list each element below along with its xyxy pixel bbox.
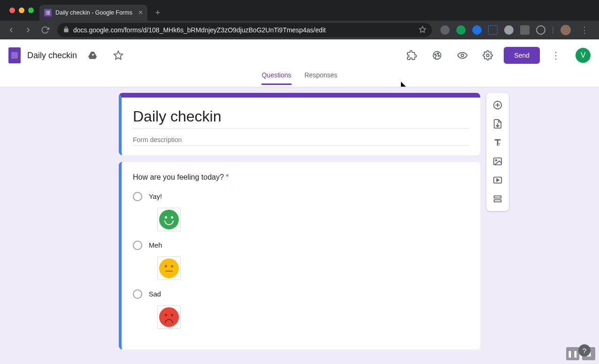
svg-point-20 [495,159,497,161]
app-header: Daily checkin Send ⋮ V [0,39,599,71]
forward-button[interactable] [21,23,36,38]
tab-strip: Daily checkin - Google Forms × + [0,0,599,21]
forms-favicon [44,9,52,16]
theme-icon[interactable] [428,46,446,65]
profile-avatar-icon[interactable] [561,25,571,35]
ext-blue-icon[interactable] [472,25,482,35]
question-title[interactable]: How are you feeling today?* [133,173,469,182]
settings-icon[interactable] [478,46,497,65]
title-card[interactable]: Daily checkin [119,93,480,155]
send-button[interactable]: Send [504,47,540,64]
browser-tab[interactable]: Daily checkin - Google Forms × [39,5,147,21]
form-description-input[interactable] [133,134,469,146]
svg-rect-3 [47,13,50,14]
radio-icon[interactable] [133,192,142,201]
ext-grey2-icon[interactable] [520,25,530,35]
ext-mail-icon[interactable] [456,25,466,35]
svg-rect-4 [46,14,47,15]
option-label[interactable]: Yay! [149,193,162,200]
url-text: docs.google.com/forms/d/108_MHk6s_bRMdnj… [73,26,326,34]
addons-icon[interactable] [402,46,421,65]
move-to-drive-icon[interactable] [84,46,102,65]
svg-point-13 [487,54,490,57]
window-maximize[interactable] [28,8,34,13]
svg-rect-23 [494,196,501,198]
help-button[interactable]: ? [578,344,591,356]
address-bar-row: docs.google.com/forms/d/108_MHk6s_bRMdnj… [0,21,599,39]
question-text: How are you feeling today? [133,173,224,181]
ext-notion-icon[interactable] [488,25,498,35]
form-canvas: Daily checkin How are you feeling today?… [0,87,599,364]
form-name[interactable]: Daily checkin [27,51,77,61]
add-video-icon[interactable] [488,171,507,190]
svg-text:T: T [498,143,500,147]
extension-icons: | ⋮ [437,25,595,35]
tab-title: Daily checkin - Google Forms [55,9,132,16]
option-sad[interactable]: Sad [133,289,469,329]
browser-chrome: Daily checkin - Google Forms × + docs.go… [0,0,599,39]
star-icon[interactable] [109,46,128,65]
svg-rect-24 [494,200,501,202]
forms-logo-icon[interactable] [8,47,21,63]
import-questions-icon[interactable] [488,114,507,133]
tab-close-icon[interactable]: × [138,9,143,16]
radio-icon[interactable] [133,241,142,250]
address-bar[interactable]: docs.google.com/forms/d/108_MHk6s_bRMdnj… [57,23,432,37]
svg-point-10 [438,53,439,54]
ext-drive-icon[interactable] [440,25,450,35]
add-section-icon[interactable] [488,190,507,208]
svg-marker-22 [497,179,499,182]
more-menu-icon[interactable]: ⋮ [546,46,565,65]
sad-face-icon [159,307,179,327]
bookmark-star-icon[interactable] [419,26,426,35]
pause-icon[interactable]: ❚❚ [566,347,579,360]
svg-point-9 [435,54,436,55]
svg-rect-2 [46,13,47,14]
tab-responses[interactable]: Responses [305,71,338,83]
happy-face-icon [159,210,179,229]
svg-rect-0 [46,11,47,12]
svg-marker-7 [114,51,123,59]
lock-icon [63,26,69,34]
account-avatar[interactable]: V [576,48,591,63]
window-close[interactable] [9,8,15,13]
option-image[interactable] [157,305,181,329]
required-star-icon: * [226,173,229,181]
option-label[interactable]: Sad [149,290,161,298]
new-tab-button[interactable]: + [151,6,164,19]
reload-button[interactable] [38,23,53,38]
svg-point-11 [438,55,440,57]
option-yay[interactable]: Yay! [133,192,469,231]
radio-icon[interactable] [133,289,142,299]
add-title-icon[interactable]: T [488,133,507,152]
tab-questions[interactable]: Questions [261,71,291,85]
form-title[interactable]: Daily checkin [133,108,469,129]
ext-grey1-icon[interactable] [504,25,514,35]
window-minimize[interactable] [19,8,24,13]
option-image[interactable] [157,208,181,231]
window-controls [4,0,39,21]
svg-rect-1 [47,11,50,12]
svg-rect-5 [47,14,50,15]
svg-point-12 [461,54,464,57]
add-image-icon[interactable] [488,152,507,171]
option-label[interactable]: Meh [149,242,162,249]
option-image[interactable] [157,257,181,280]
browser-menu-icon[interactable]: ⋮ [577,25,591,35]
back-button[interactable] [4,23,19,38]
ext-circle-icon[interactable] [536,25,545,35]
floating-toolbar: T [486,93,509,211]
svg-marker-6 [419,26,425,32]
preview-icon[interactable] [453,46,472,65]
option-meh[interactable]: Meh [133,241,469,280]
question-card[interactable]: How are you feeling today?* Yay! Meh [119,162,480,349]
neutral-face-icon [159,258,179,278]
form-tabs: Questions Responses [0,71,599,87]
add-question-icon[interactable] [488,96,507,114]
